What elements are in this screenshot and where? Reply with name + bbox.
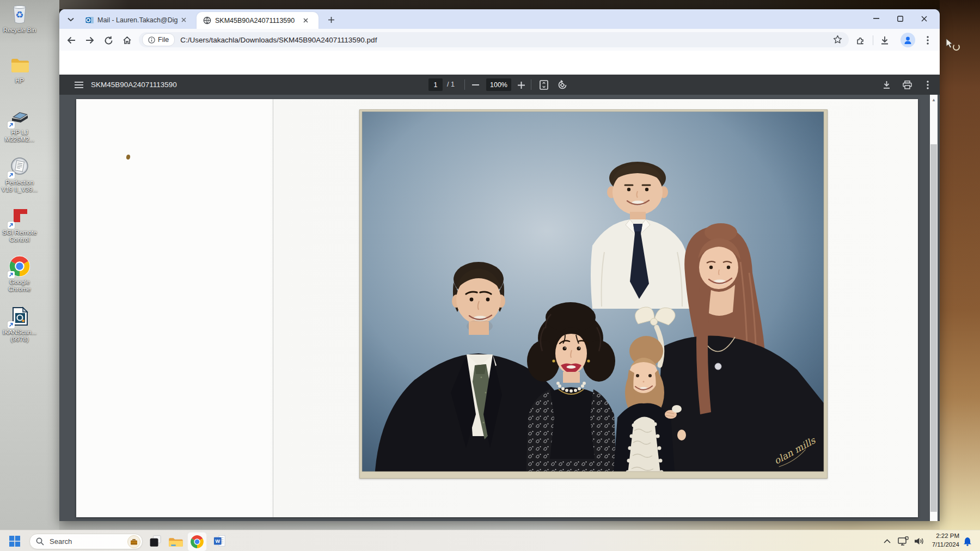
pdf-toolbar: SKM45B90A24071113590 1 / 1 100% bbox=[59, 75, 940, 95]
search-placeholder: Search bbox=[50, 537, 72, 546]
shortcut-arrow-icon bbox=[8, 222, 15, 229]
chip-label: File bbox=[158, 36, 169, 44]
taskbar: Search bbox=[0, 530, 980, 551]
network-display-icon[interactable] bbox=[896, 535, 910, 547]
tray-show-hidden-icons[interactable] bbox=[881, 536, 893, 546]
clock-time: 2:22 PM bbox=[926, 532, 959, 541]
file-protocol-chip[interactable]: File bbox=[142, 33, 175, 46]
desktop-background-right bbox=[940, 0, 980, 551]
reload-button[interactable] bbox=[101, 33, 115, 47]
new-tab-button[interactable] bbox=[325, 14, 337, 26]
toolbar-divider bbox=[873, 35, 873, 45]
desktop-icon-google-chrome[interactable]: Google Chrome bbox=[0, 255, 39, 293]
taskbar-search-box[interactable]: Search bbox=[29, 534, 143, 549]
desktop-icon-perfection-scanner[interactable]: Perfection V19 II_V39... bbox=[0, 156, 39, 193]
desktop-icon-label: HP LJ M225M2... bbox=[0, 129, 39, 143]
pdf-content-area: olan mills ▲ bbox=[59, 95, 940, 521]
pdf-print-icon[interactable] bbox=[901, 78, 914, 91]
address-bar[interactable]: File C:/Users/takachla/Downloads/SKM45B9… bbox=[139, 32, 849, 47]
busy-spinner-icon bbox=[953, 44, 960, 51]
ikan-scan-icon bbox=[9, 305, 30, 327]
desktop-screen: ♻ Recycle Bin HP HP LJ M225M2... bbox=[0, 0, 980, 551]
search-icon bbox=[36, 537, 44, 546]
tab-mail[interactable]: Mail - Lauren.Takach@Dignitym bbox=[80, 13, 195, 27]
desktop-icon-label: HP bbox=[0, 77, 39, 84]
downloads-icon[interactable] bbox=[878, 33, 892, 47]
pdf-toolbar-divider bbox=[464, 79, 465, 90]
rotate-button[interactable] bbox=[556, 78, 569, 91]
folder-icon bbox=[9, 54, 30, 76]
tab-title: Mail - Lauren.Takach@Dignitym bbox=[97, 16, 178, 24]
scrollbar-up-arrow[interactable]: ▲ bbox=[930, 96, 938, 103]
pdf-scrollbar[interactable]: ▲ bbox=[930, 95, 938, 521]
pdf-menu-kebab-icon[interactable] bbox=[921, 78, 934, 91]
desktop-icon-label: Perfection V19 II_V39... bbox=[0, 179, 39, 193]
zoom-in-button[interactable] bbox=[514, 78, 528, 91]
volume-icon[interactable] bbox=[912, 536, 926, 547]
scan-speck bbox=[126, 154, 131, 160]
start-button[interactable] bbox=[8, 534, 22, 548]
forward-button[interactable] bbox=[83, 33, 97, 47]
scrollbar-thumb[interactable] bbox=[930, 144, 937, 512]
taskbar-chrome-active[interactable] bbox=[187, 532, 207, 551]
chrome-logo-icon bbox=[9, 255, 30, 277]
notification-bell-icon[interactable] bbox=[961, 536, 973, 547]
taskbar-word[interactable]: W bbox=[212, 534, 228, 549]
desktop-icon-recycle-bin[interactable]: ♻ Recycle Bin bbox=[0, 3, 39, 34]
windows-logo-icon bbox=[9, 536, 20, 547]
back-button[interactable] bbox=[64, 33, 78, 47]
desktop-icon-sgi-remote[interactable]: SGI Remote Control bbox=[0, 206, 39, 243]
pdf-document-title: SKM45B90A24071113590 bbox=[91, 75, 177, 95]
tab-strip: Mail - Lauren.Takach@Dignitym SKM45B90A2… bbox=[59, 9, 940, 29]
desktop-icon-label: Google Chrome bbox=[0, 279, 39, 293]
pdf-page-total: / 1 bbox=[447, 75, 455, 95]
desktop-icon-label: SGI Remote Control bbox=[0, 229, 39, 243]
shortcut-arrow-icon bbox=[8, 271, 15, 278]
scanner-printer-icon bbox=[9, 106, 30, 127]
bookmark-star-icon[interactable] bbox=[833, 35, 842, 44]
info-icon bbox=[148, 36, 155, 44]
tab-search-button[interactable] bbox=[65, 14, 77, 26]
briefcase-icon bbox=[130, 538, 138, 545]
taskbar-clock[interactable]: 2:22 PM 7/11/2024 bbox=[926, 532, 959, 549]
close-button[interactable] bbox=[912, 9, 936, 28]
desktop-icon-ikan-scan[interactable]: IKANScan... (9978) bbox=[0, 305, 39, 343]
desktop-background-top bbox=[59, 0, 940, 9]
sgi-logo-icon bbox=[9, 206, 30, 228]
desktop-icon-label: Recycle Bin bbox=[0, 27, 39, 34]
maximize-button[interactable] bbox=[888, 9, 912, 28]
tab-pdf[interactable]: SKM45B90A24071113590 bbox=[197, 12, 318, 29]
tab-close-icon[interactable] bbox=[301, 16, 310, 25]
search-highlight-badge[interactable] bbox=[127, 535, 140, 548]
pdf-zoom-level[interactable]: 100% bbox=[486, 78, 511, 91]
profile-avatar[interactable] bbox=[901, 33, 915, 47]
taskbar-app-snipping[interactable] bbox=[148, 534, 163, 549]
file-explorer-icon bbox=[168, 535, 183, 548]
desktop-icon-label: IKANScan... (9978) bbox=[0, 329, 39, 343]
tab-title: SKM45B90A24071113590 bbox=[215, 17, 301, 25]
desktop-icon-hp-lj-printer[interactable]: HP LJ M225M2... bbox=[0, 106, 39, 143]
extensions-icon[interactable] bbox=[854, 33, 868, 47]
word-icon: W bbox=[213, 534, 227, 548]
desktop-background-bottom bbox=[59, 521, 940, 530]
shortcut-arrow-icon bbox=[8, 172, 15, 179]
fit-to-page-button[interactable] bbox=[537, 78, 550, 91]
shortcut-arrow-icon bbox=[8, 121, 15, 128]
minimize-button[interactable] bbox=[864, 9, 888, 28]
taskbar-file-explorer[interactable] bbox=[168, 534, 184, 549]
pdf-download-icon[interactable] bbox=[880, 78, 893, 91]
svg-text:W: W bbox=[215, 538, 220, 544]
zoom-out-button[interactable] bbox=[469, 78, 482, 91]
pdf-toolbar-divider bbox=[531, 79, 531, 90]
globe-favicon bbox=[203, 16, 211, 25]
page-top-margin bbox=[59, 51, 940, 75]
svg-text:♻: ♻ bbox=[15, 10, 23, 20]
pdf-menu-hamburger-icon[interactable] bbox=[72, 78, 85, 91]
tab-close-icon[interactable] bbox=[179, 16, 188, 25]
pdf-page-number-input[interactable]: 1 bbox=[428, 78, 443, 91]
outlook-favicon bbox=[85, 16, 94, 25]
home-button[interactable] bbox=[120, 33, 134, 47]
browser-menu-kebab-icon[interactable] bbox=[921, 33, 935, 47]
desktop-icon-hp-folder[interactable]: HP bbox=[0, 54, 39, 84]
chrome-window: Mail - Lauren.Takach@Dignitym SKM45B90A2… bbox=[59, 9, 940, 521]
